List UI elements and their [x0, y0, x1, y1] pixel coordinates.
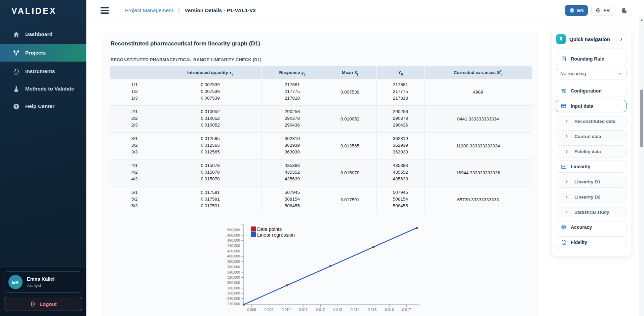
sidebar-item-projects[interactable]: Projects: [0, 44, 86, 62]
quicknav-item-label: Rounding Rule: [571, 56, 604, 62]
table-group: 4/14/24/30.0150780.0150780.0150784353834…: [110, 159, 532, 186]
row-label-cell: 3/13/23/3: [110, 133, 159, 159]
table-header-row: Introduced quantity xijResponse yijMean …: [110, 66, 532, 79]
quicknav-item-linearity[interactable]: Linearity: [556, 161, 627, 173]
breadcrumb: Project Management / Version Details - P…: [125, 7, 256, 13]
breadcrumb-parent-link[interactable]: Project Management: [125, 7, 173, 13]
cell-value: 217818: [377, 96, 424, 101]
page-scrollbar[interactable]: [639, 16, 644, 316]
cell-value: 290256: [261, 109, 323, 114]
quicknav-subitem-label: Control data: [574, 134, 601, 139]
legend-label: Linear regression: [257, 232, 295, 238]
refresh-icon: [561, 239, 567, 245]
cell-value: 0.015078: [159, 177, 261, 181]
column-header: [110, 66, 159, 79]
svg-text:500,000: 500,000: [227, 228, 240, 232]
cell-value: 508455: [377, 204, 424, 208]
row-label-cell: 5/15/25/3: [110, 186, 159, 213]
rounding-rule-select[interactable]: No rounding: [556, 68, 627, 79]
cell-value: 5/2: [110, 197, 159, 202]
sidebar-item-instruments[interactable]: Instruments: [0, 64, 86, 79]
line-chart-icon: [561, 164, 567, 170]
svg-text:240,000: 240,000: [227, 296, 240, 301]
cell-value: 1/3: [110, 96, 159, 101]
quicknav-item-configuration[interactable]: Configuration: [556, 85, 627, 97]
quicknav-subitem-control-data[interactable]: Control data: [556, 130, 627, 142]
quicknav-item-label: Input data: [571, 103, 593, 109]
language-button-fr[interactable]: FR: [591, 5, 614, 16]
sidebar-item-methods-to-validate[interactable]: Methods to Validate: [0, 81, 86, 97]
cell-value: 0.010052: [159, 109, 261, 114]
mean-cell: 0.015078: [323, 160, 377, 186]
cell-value: 0.017591: [159, 204, 261, 208]
quicknav-item-accuracy[interactable]: Accuracy: [556, 221, 627, 233]
cell-value: 65730.33333333333: [457, 197, 499, 202]
quicknav-subitem-linearity-d1[interactable]: Linearity D1: [556, 176, 627, 188]
svg-text:0.014: 0.014: [350, 308, 359, 312]
sidebar-item-help-center[interactable]: ?Help Center: [0, 99, 86, 114]
svg-text:440,000: 440,000: [227, 244, 240, 248]
variance-cell: 16944.333333333336: [425, 160, 532, 186]
sidebar: VALIDEX DashboardProjectsInstrumentsMeth…: [0, 0, 86, 316]
mean-cell: 0.017591: [323, 186, 377, 213]
quicknav-subitem-linearity-d2[interactable]: Linearity D2: [556, 191, 627, 203]
chart-container: 220,000240,000260,000280,000300,000320,0…: [110, 218, 532, 316]
language-label: FR: [603, 8, 610, 13]
scrollbar-thumb[interactable]: [640, 90, 643, 147]
mean-cell: 0.012565: [323, 133, 377, 159]
flask-icon: [13, 85, 20, 93]
quicknav-subitem-statistical-study[interactable]: Statistical study: [556, 206, 627, 218]
quicknav-subitem-label: Linearity D2: [574, 195, 600, 200]
header-subscript: ij: [232, 72, 233, 76]
quicknav-item-label: Accuracy: [571, 224, 592, 230]
header-subscript: j: [357, 72, 358, 76]
linearity-chart: 220,000240,000260,000280,000300,000320,0…: [220, 218, 422, 316]
svg-text:300,000: 300,000: [227, 281, 240, 285]
quicknav-item-rounding-rule[interactable]: Rounding Rule: [556, 53, 627, 65]
legend-swatch-data-points: [251, 226, 256, 232]
header-subscript: ij: [401, 72, 403, 76]
select-value: No rounding: [560, 71, 586, 76]
cell-value: 290436: [261, 123, 323, 128]
cell-value: 0.007539: [159, 89, 261, 94]
cell-value: 2/3: [110, 123, 159, 128]
quicknav-item-fidelity[interactable]: Fidelity: [556, 236, 627, 248]
quicknav-subitem-reconstituted-data[interactable]: Reconstituted data: [556, 115, 627, 127]
cell-value: 217681: [261, 82, 323, 87]
cell-value: 1/2: [110, 89, 159, 94]
response-cell: 290256290378290436: [261, 106, 323, 132]
quicknav-subitem-label: Linearity D1: [574, 179, 600, 184]
chevron-right-icon: [564, 134, 569, 139]
cell-value: 363030: [377, 150, 424, 154]
cell-value: 3/3: [110, 150, 159, 154]
scrollbar-up-arrow[interactable]: [640, 19, 643, 21]
quicknav-subitem-fidelity-data[interactable]: Fidelity data: [556, 145, 627, 157]
header-text: Y: [398, 70, 401, 75]
svg-text:400,000: 400,000: [227, 254, 240, 258]
svg-text:380,000: 380,000: [227, 259, 240, 264]
dark-mode-moon-icon[interactable]: [621, 7, 628, 14]
projects-icon: [13, 49, 20, 57]
sidebar-item-dashboard[interactable]: Dashboard: [0, 27, 86, 42]
column-header: Introduced quantity xij: [159, 66, 261, 79]
cell-value: 16944.333333333336: [456, 170, 500, 175]
hamburger-menu-icon[interactable]: [100, 7, 109, 14]
chevron-right-icon: [564, 179, 569, 184]
column-header: Response yij: [261, 66, 323, 79]
help-icon: ?: [13, 103, 20, 110]
cell-value: 217681: [377, 82, 424, 87]
svg-text:480,000: 480,000: [227, 233, 240, 237]
sliders-icon: [561, 88, 567, 94]
cell-value: 290378: [377, 116, 424, 121]
chevron-right-icon: [564, 210, 569, 214]
quicknav-item-input-data[interactable]: Input data: [556, 100, 627, 112]
table-title: RECONSTITUTED PHARMACEUTICAL RANGE LINEA…: [111, 57, 531, 62]
cell-value: 4/1: [110, 163, 159, 168]
cell-value: 4/2: [110, 170, 159, 175]
collapse-panel-button[interactable]: [616, 34, 627, 44]
table-icon: [561, 103, 567, 109]
logout-button[interactable]: Logout: [4, 297, 82, 311]
quicknav-subitem-label: Reconstituted data: [574, 119, 615, 124]
cell-value: 0.010052: [340, 116, 359, 121]
language-button-en[interactable]: EN: [565, 5, 588, 16]
